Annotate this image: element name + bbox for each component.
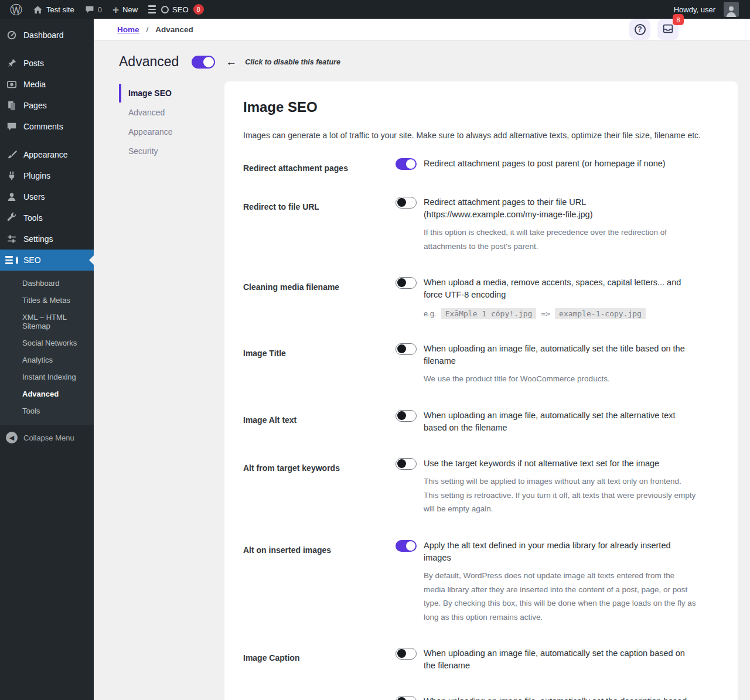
setting-label: Alt on inserted images <box>243 539 396 624</box>
setting-help-text: By default, WordPress does not update im… <box>424 569 697 624</box>
toggle-knob <box>397 649 406 658</box>
settings-layout: Image SEO Advanced Appearance Security S… <box>119 81 738 700</box>
tab-advanced[interactable]: Advanced <box>119 103 224 122</box>
left-arrow-icon: ← <box>226 56 237 69</box>
feature-enable-toggle[interactable] <box>192 56 215 69</box>
submenu-item-advanced[interactable]: Advanced <box>0 385 94 402</box>
wordpress-logo-icon: Ⓦ <box>10 4 22 16</box>
help-button[interactable]: ? <box>629 19 650 40</box>
card-description: Images can generate a lot of traffic to … <box>243 131 718 140</box>
toggle-knob <box>406 541 415 551</box>
user-avatar <box>724 2 739 17</box>
toggle-redirect-to-file-url[interactable] <box>396 197 417 209</box>
setting-text: Redirect attachment pages to their file … <box>424 196 697 221</box>
setting-row-image-title: Image Title When uploading an image file… <box>243 343 718 386</box>
sidebar-item-label: Settings <box>23 234 53 244</box>
submenu-item-instant-indexing[interactable]: Instant Indexing <box>0 368 94 385</box>
toggle-knob <box>397 697 406 700</box>
notifications-inbox-button[interactable]: 8 <box>657 19 679 40</box>
main-area: Home / Advanced ? 8 Advanced ← Click to … <box>94 19 750 700</box>
page-title: Advanced <box>119 54 179 70</box>
wordpress-logo-menu[interactable]: Ⓦ <box>5 0 28 19</box>
submenu-item-dashboard[interactable]: Dashboard <box>0 275 94 292</box>
comments-shortcut[interactable]: 0 <box>80 0 107 19</box>
toggle-image-description[interactable] <box>396 696 417 700</box>
seo-notifications-badge: 8 <box>193 4 204 15</box>
seo-logo-icon <box>148 5 156 13</box>
seo-submenu: Dashboard Titles & Metas XML – HTML Site… <box>0 271 94 425</box>
site-name-link[interactable]: Test site <box>28 0 80 19</box>
seo-logo-ring-icon <box>161 6 169 13</box>
sidebar-item-label: Plugins <box>23 171 50 180</box>
submenu-item-analytics[interactable]: Analytics <box>0 351 94 368</box>
setting-label: Redirect attachment pages <box>243 158 396 173</box>
toggle-image-title[interactable] <box>396 343 417 355</box>
home-icon <box>33 5 43 15</box>
card-title: Image SEO <box>243 99 718 115</box>
sidebar-item-users[interactable]: Users <box>0 186 94 207</box>
feature-toggle-hint: Click to disable this feature <box>245 58 340 66</box>
toggle-alt-from-target-keywords[interactable] <box>396 458 417 470</box>
toggle-knob <box>397 278 406 287</box>
tab-image-seo[interactable]: Image SEO <box>119 84 224 103</box>
sidebar-item-label: Posts <box>23 59 44 68</box>
tab-security[interactable]: Security <box>119 142 224 161</box>
question-mark-icon: ? <box>635 24 646 35</box>
sidebar-item-label: Media <box>23 80 46 89</box>
collapse-menu-button[interactable]: ◀ Collapse Menu <box>0 425 94 450</box>
breadcrumb-current: Advanced <box>155 25 193 34</box>
sidebar-item-settings[interactable]: Settings <box>0 228 94 250</box>
example-prefix: e.g. <box>424 309 437 318</box>
toggle-image-caption[interactable] <box>396 648 417 660</box>
tab-appearance[interactable]: Appearance <box>119 122 224 141</box>
seo-adminbar-menu[interactable]: SEO 8 <box>143 0 209 19</box>
setting-label: Image Caption <box>243 647 396 672</box>
setting-row-redirect-to-file-url: Redirect to file URL Redirect attachment… <box>243 196 718 253</box>
sidebar-item-seo[interactable]: SEO <box>0 250 94 271</box>
setting-label: Redirect to file URL <box>243 196 396 253</box>
setting-label: Image Title <box>243 343 396 386</box>
new-content-menu[interactable]: + New <box>107 0 143 19</box>
submenu-item-xml-html-sitemap[interactable]: XML – HTML Sitemap <box>0 309 94 334</box>
sidebar-item-label: Appearance <box>23 150 68 159</box>
setting-text: Apply the alt text defined in your media… <box>424 539 697 564</box>
setting-help-text: If this option is checked, it will take … <box>424 226 697 253</box>
collapse-arrow-icon: ◀ <box>6 432 18 443</box>
breadcrumb-home-link[interactable]: Home <box>117 25 139 34</box>
setting-help-text: This setting will be applied to images w… <box>424 474 697 516</box>
toggle-knob <box>397 459 406 468</box>
sidebar-item-plugins[interactable]: Plugins <box>0 165 94 186</box>
dashboard-icon <box>6 29 18 41</box>
user-icon <box>6 191 18 203</box>
wrench-icon <box>6 212 18 224</box>
content-area: Advanced ← Click to disable this feature… <box>94 40 750 700</box>
submenu-item-tools[interactable]: Tools <box>0 402 94 419</box>
sidebar-item-posts[interactable]: Posts <box>0 53 94 74</box>
setting-help-text: We use the product title for WooCommerce… <box>424 372 697 386</box>
sidebar-item-dashboard[interactable]: Dashboard <box>0 25 94 46</box>
submenu-item-titles-metas[interactable]: Titles & Metas <box>0 292 94 309</box>
toggle-knob <box>397 198 406 207</box>
setting-row-image-alt-text: Image Alt text When uploading an image f… <box>243 409 718 434</box>
toggle-alt-on-inserted-images[interactable] <box>396 540 417 552</box>
paintbrush-icon <box>6 149 18 161</box>
comments-count: 0 <box>98 5 102 14</box>
page-header: Home / Advanced ? 8 <box>94 19 750 40</box>
sidebar-item-media[interactable]: Media <box>0 74 94 95</box>
submenu-item-social-networks[interactable]: Social Networks <box>0 334 94 351</box>
setting-text: When upload a media, remove accents, spa… <box>424 276 697 301</box>
speech-bubble-icon <box>6 121 18 132</box>
sidebar-item-appearance[interactable]: Appearance <box>0 144 94 165</box>
sidebar-item-tools[interactable]: Tools <box>0 207 94 228</box>
admin-sidebar: Dashboard Posts Media Pages Comments App… <box>0 19 94 700</box>
toggle-redirect-attachment-pages[interactable] <box>396 158 417 170</box>
setting-text: When uploading an image file, automatica… <box>424 647 697 672</box>
sidebar-item-comments[interactable]: Comments <box>0 116 94 137</box>
plus-icon: + <box>112 4 119 15</box>
setting-label: Cleaning media filename <box>243 276 396 319</box>
toggle-cleaning-media-filename[interactable] <box>396 277 417 289</box>
menu-separator <box>0 46 94 53</box>
collapse-menu-label: Collapse Menu <box>23 433 74 442</box>
sidebar-item-pages[interactable]: Pages <box>0 95 94 116</box>
toggle-image-alt-text[interactable] <box>396 410 417 422</box>
